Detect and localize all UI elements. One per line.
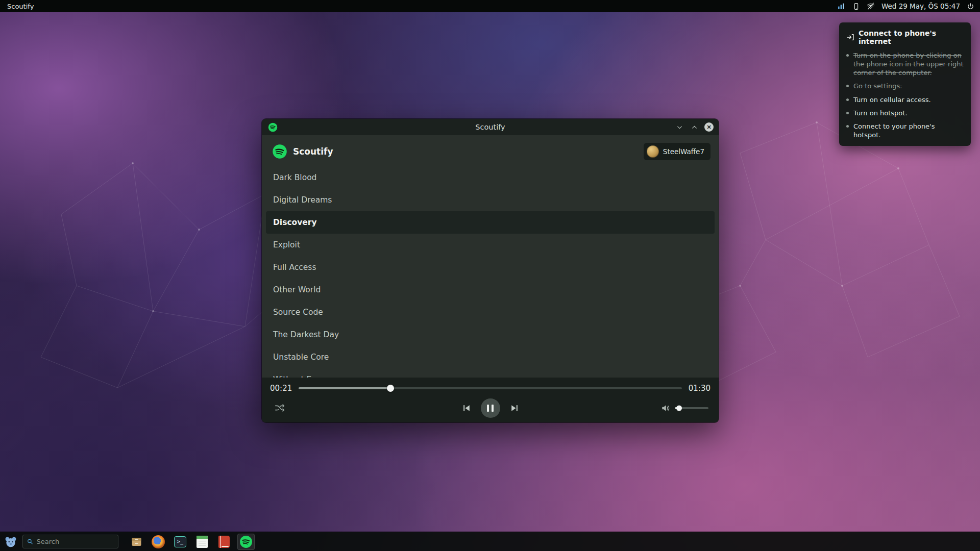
notification-step: Turn on cellular access. — [846, 95, 964, 104]
song-row-selected[interactable]: Discovery — [266, 211, 715, 234]
progress-fill — [299, 387, 390, 389]
song-row[interactable]: Unstable Core — [266, 346, 715, 368]
top-panel: Scoutify Wed 29 May, ÖS 05:47 — [0, 0, 980, 12]
song-row[interactable]: Dark Blood — [266, 166, 715, 189]
connect-login-icon — [846, 33, 854, 41]
scoutify-window: Scoutify ✕ Scoutify SteelWaffe7 Dark Blo… — [262, 119, 719, 422]
reader-app-icon[interactable] — [215, 534, 233, 550]
app-title: Scoutify — [293, 146, 333, 157]
next-track-icon[interactable] — [509, 403, 520, 413]
topbar-active-app[interactable]: Scoutify — [7, 3, 34, 10]
shuffle-icon[interactable] — [274, 403, 285, 414]
wifi-off-icon[interactable] — [867, 2, 875, 11]
close-button[interactable]: ✕ — [704, 122, 714, 132]
app-header: Scoutify SteelWaffe7 — [262, 135, 719, 166]
song-row[interactable]: Exploit — [266, 234, 715, 256]
volume-handle[interactable] — [676, 406, 682, 411]
taskbar: >_ — [0, 532, 980, 551]
progress-row: 00:21 01:30 — [270, 384, 710, 393]
playback-controls — [270, 396, 710, 420]
notes-app-icon[interactable] — [193, 534, 211, 550]
system-tray: Wed 29 May, ÖS 05:47 — [837, 2, 975, 11]
song-row[interactable]: Digital Dreams — [266, 189, 715, 211]
song-row[interactable]: Source Code — [266, 301, 715, 323]
window-body: Scoutify SteelWaffe7 Dark Blood Digital … — [262, 135, 719, 378]
bullet-dot-icon — [846, 85, 849, 87]
notification-title: Connect to phone's internet — [859, 29, 964, 45]
firefox-browser-icon[interactable] — [150, 534, 167, 550]
elapsed-time: 00:21 — [270, 384, 292, 393]
user-avatar — [647, 145, 659, 158]
notification-step: Turn on the phone by clicking on the pho… — [846, 51, 964, 77]
volume-slider[interactable] — [675, 407, 708, 409]
bullet-dot-icon — [846, 112, 849, 114]
user-name: SteelWaffe7 — [663, 147, 704, 156]
pause-button[interactable] — [481, 398, 500, 418]
window-controls: ✕ — [675, 122, 714, 132]
song-row[interactable]: The Darkest Day — [266, 323, 715, 346]
volume-controls — [660, 403, 708, 413]
notification-steps: Turn on the phone by clicking on the pho… — [846, 51, 964, 139]
clock[interactable]: Wed 29 May, ÖS 05:47 — [881, 2, 960, 10]
user-account-chip[interactable]: SteelWaffe7 — [644, 143, 710, 160]
notification-panel: Connect to phone's internet Turn on the … — [839, 22, 971, 146]
progress-slider[interactable] — [299, 387, 682, 389]
scoutify-app-icon — [268, 122, 278, 132]
rollup-chevron-down-icon[interactable] — [675, 122, 684, 132]
volume-fill — [675, 407, 679, 409]
power-icon[interactable] — [966, 2, 975, 11]
maximize-chevron-up-icon[interactable] — [690, 122, 699, 132]
file-manager-icon[interactable] — [128, 534, 145, 550]
song-row[interactable]: Without Escape — [266, 368, 715, 378]
search-icon — [27, 538, 33, 545]
window-title: Scoutify — [262, 123, 719, 131]
phone-icon[interactable] — [852, 2, 861, 11]
taskbar-search[interactable] — [22, 535, 118, 548]
notification-step: Turn on hotspot. — [846, 109, 964, 117]
scoutify-logo-icon — [272, 144, 287, 159]
song-row[interactable]: Full Access — [266, 256, 715, 279]
player-bar: 00:21 01:30 — [262, 378, 719, 422]
song-row[interactable]: Other World — [266, 279, 715, 301]
total-time: 01:30 — [689, 384, 710, 393]
desktop-pet-icon[interactable] — [4, 535, 17, 548]
notification-step: Go to settings. — [846, 82, 964, 90]
window-titlebar[interactable]: Scoutify ✕ — [262, 119, 719, 135]
network-usage-icon[interactable] — [837, 2, 846, 11]
bullet-dot-icon — [846, 54, 849, 57]
progress-handle[interactable] — [387, 385, 394, 392]
bullet-dot-icon — [846, 98, 849, 101]
taskbar-app-icons: >_ — [128, 534, 255, 550]
notification-header: Connect to phone's internet — [846, 29, 964, 45]
notification-step: Connect to your phone's hotspot. — [846, 122, 964, 139]
bullet-dot-icon — [846, 125, 849, 128]
volume-icon[interactable] — [660, 403, 671, 413]
song-list: Dark Blood Digital Dreams Discovery Expl… — [262, 166, 719, 378]
terminal-icon[interactable]: >_ — [172, 534, 189, 550]
scoutify-taskbar-icon[interactable] — [237, 534, 255, 550]
search-input[interactable] — [37, 538, 114, 545]
previous-track-icon[interactable] — [461, 403, 472, 413]
